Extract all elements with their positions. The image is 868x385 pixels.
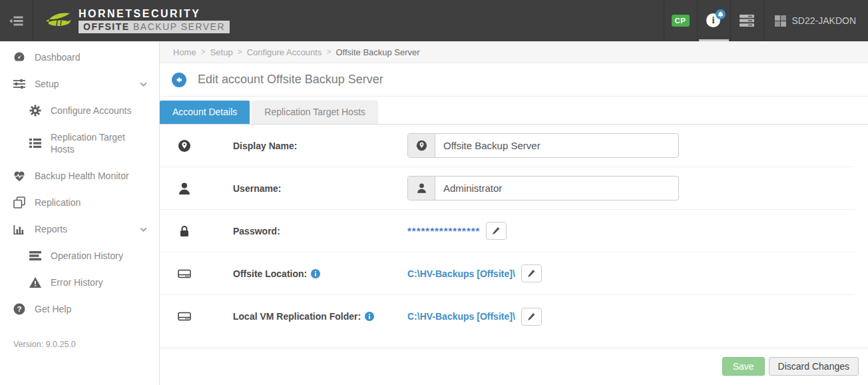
username-input-group bbox=[407, 176, 679, 200]
offsite-location-label: Offsite Location: bbox=[233, 268, 407, 279]
breadcrumb-home[interactable]: Home bbox=[173, 47, 196, 57]
row-offsite-location: Offsite Location: C:\HV-Backups [Offsite… bbox=[160, 252, 855, 295]
sidebar-item-dashboard[interactable]: Dashboard bbox=[0, 44, 159, 71]
collapse-sidebar-icon bbox=[9, 15, 24, 27]
sidebar-item-get-help[interactable]: ? Get Help bbox=[0, 296, 159, 322]
chevron-down-icon bbox=[140, 82, 147, 87]
local-vm-folder-label: Local VM Replication Folder: bbox=[233, 311, 407, 322]
breadcrumb: Home > Setup > Configure Accounts > Offs… bbox=[160, 41, 868, 63]
breadcrumb-separator: > bbox=[238, 47, 242, 57]
local-vm-folder-link[interactable]: C:\HV-Backups [Offsite]\ bbox=[407, 311, 515, 322]
brand-text: HORNETSECURITY OFFSITE BACKUP SERVER bbox=[79, 8, 230, 33]
row-username: Username: bbox=[160, 167, 855, 210]
sidebar-item-replication-target-hosts[interactable]: Replication Target Hosts bbox=[0, 124, 159, 163]
page-header: Edit account Offsite Backup Server bbox=[160, 63, 868, 97]
sidebar-item-reports[interactable]: Reports bbox=[0, 216, 159, 242]
user-icon bbox=[177, 183, 192, 194]
sliders-icon bbox=[13, 79, 25, 89]
sidebar-toggle-button[interactable] bbox=[0, 0, 33, 41]
password-label: Password: bbox=[233, 226, 407, 236]
sidebar-item-setup[interactable]: Setup bbox=[0, 71, 159, 97]
arrow-left-icon bbox=[175, 76, 183, 84]
breadcrumb-setup[interactable]: Setup bbox=[210, 47, 233, 57]
info-with-bell-icon: i bbox=[706, 13, 721, 28]
sidebar-item-backup-health-monitor[interactable]: Backup Health Monitor bbox=[0, 163, 159, 189]
lock-icon bbox=[177, 225, 192, 237]
password-masked-value: **************** bbox=[407, 225, 480, 236]
bar-chart-icon bbox=[13, 224, 25, 234]
tab-account-details[interactable]: Account Details bbox=[160, 101, 250, 124]
breadcrumb-current: Offsite Backup Server bbox=[335, 47, 419, 57]
sidebar: Dashboard Setup bbox=[0, 41, 160, 385]
hdd-icon bbox=[177, 268, 192, 279]
page-title: Edit account Offsite Backup Server bbox=[198, 73, 383, 87]
cp-badge: CP bbox=[672, 15, 690, 27]
row-display-name: Display Name: bbox=[160, 125, 855, 167]
top-bar: HORNETSECURITY OFFSITE BACKUP SERVER CP … bbox=[0, 0, 868, 41]
breadcrumb-separator: > bbox=[201, 47, 206, 57]
host-indicator[interactable]: SD22-JAKDON bbox=[763, 0, 868, 41]
hostname-label: SD22-JAKDON bbox=[792, 15, 856, 26]
sidebar-item-error-history[interactable]: Error History bbox=[0, 269, 159, 296]
heart-pulse-icon bbox=[13, 171, 25, 182]
server-list-button[interactable] bbox=[730, 0, 763, 41]
dashboard-gauge-icon bbox=[13, 51, 25, 63]
pencil-icon bbox=[527, 312, 536, 321]
globe-marker-icon bbox=[408, 134, 435, 157]
brand-line2: OFFSITE BACKUP SERVER bbox=[79, 21, 230, 33]
bell-icon bbox=[716, 9, 726, 19]
app-window: HORNETSECURITY OFFSITE BACKUP SERVER CP … bbox=[0, 0, 868, 385]
globe-marker-icon bbox=[177, 139, 192, 153]
edit-offsite-location-button[interactable] bbox=[521, 264, 542, 282]
edit-local-vm-folder-button[interactable] bbox=[521, 308, 542, 326]
row-local-vm-folder: Local VM Replication Folder: C:\HV-Backu… bbox=[160, 295, 855, 338]
display-name-label: Display Name: bbox=[233, 141, 407, 151]
breadcrumb-separator: > bbox=[326, 47, 331, 57]
svg-text:?: ? bbox=[17, 305, 21, 313]
pencil-icon bbox=[492, 226, 501, 235]
info-icon[interactable] bbox=[311, 269, 320, 278]
save-button[interactable]: Save bbox=[722, 357, 765, 376]
tab-bar: Account Details Replication Target Hosts bbox=[160, 101, 868, 125]
account-details-form: Display Name: bbox=[160, 125, 855, 346]
main-content: Home > Setup > Configure Accounts > Offs… bbox=[160, 41, 868, 385]
breadcrumb-configure-accounts[interactable]: Configure Accounts bbox=[247, 47, 322, 57]
notifications-button[interactable]: i bbox=[697, 0, 730, 41]
sidebar-item-replication[interactable]: Replication bbox=[0, 189, 159, 216]
pencil-icon bbox=[527, 269, 536, 278]
sidebar-item-operation-history[interactable]: Operation History bbox=[0, 242, 159, 269]
username-label: Username: bbox=[233, 183, 407, 194]
list-icon bbox=[29, 138, 41, 149]
warning-triangle-icon bbox=[29, 277, 41, 288]
gear-icon bbox=[29, 105, 41, 117]
tab-replication-target-hosts[interactable]: Replication Target Hosts bbox=[252, 101, 377, 124]
offsite-location-link[interactable]: C:\HV-Backups [Offsite]\ bbox=[407, 268, 515, 279]
chevron-down-icon bbox=[140, 227, 147, 232]
discard-changes-button[interactable]: Discard Changes bbox=[769, 357, 859, 376]
server-stack-icon bbox=[740, 15, 754, 27]
app-logo: HORNETSECURITY OFFSITE BACKUP SERVER bbox=[33, 0, 239, 41]
hdd-icon bbox=[177, 311, 192, 322]
display-name-input[interactable] bbox=[435, 134, 678, 157]
version-label: Version: 9.0.25.0 bbox=[0, 322, 159, 349]
stacked-rows-icon bbox=[29, 251, 41, 260]
info-icon[interactable] bbox=[365, 312, 374, 321]
row-password: Password: **************** bbox=[160, 210, 855, 252]
windows-icon bbox=[775, 15, 786, 27]
clone-icon bbox=[13, 196, 25, 208]
user-icon bbox=[408, 177, 435, 200]
hornet-icon bbox=[43, 12, 72, 30]
sidebar-item-configure-accounts[interactable]: Configure Accounts bbox=[0, 97, 159, 124]
brand-line1: HORNETSECURITY bbox=[79, 8, 230, 20]
back-button[interactable] bbox=[172, 73, 186, 87]
edit-password-button[interactable] bbox=[486, 222, 507, 240]
display-name-input-group bbox=[407, 133, 679, 158]
username-input[interactable] bbox=[435, 177, 678, 200]
form-footer: Save Discard Changes bbox=[160, 348, 868, 385]
control-panel-button[interactable]: CP bbox=[664, 0, 697, 41]
question-circle-icon: ? bbox=[13, 303, 25, 315]
